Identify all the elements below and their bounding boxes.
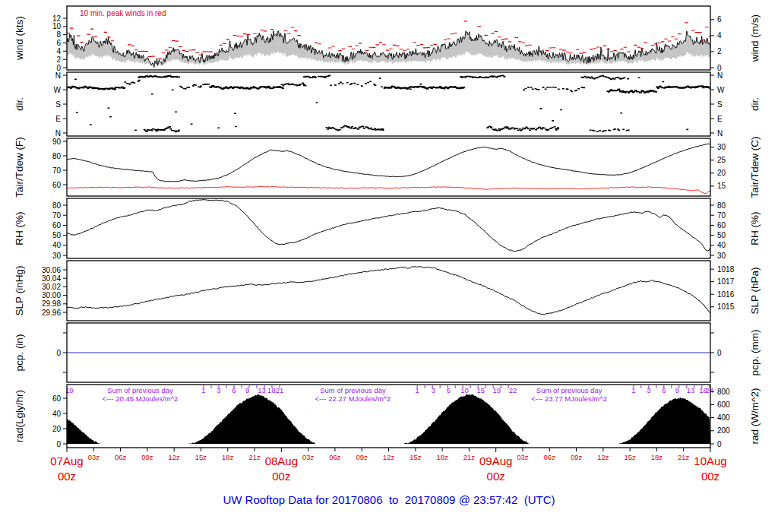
- y-tick-label: W: [717, 86, 725, 94]
- cumulative-mj-label: 18: [267, 386, 276, 394]
- cumulative-mj-label: 24: [706, 386, 714, 394]
- chart-title: UW Rooftop Data for 20170806 to 20170809…: [0, 493, 778, 506]
- y-tick-label: E: [55, 115, 61, 123]
- weather-dashboard: 10 min. peak winds in red0246810120246wi…: [0, 0, 778, 532]
- wind-ylabel-right: wind (m/s): [749, 14, 761, 62]
- x-hour-label: 06z: [115, 453, 127, 461]
- sum-value-label: <--- 23.77 MJoules/m^2: [531, 394, 607, 403]
- y-tick-label: 800: [717, 388, 730, 396]
- y-tick-label: 2: [717, 47, 722, 55]
- x-day-label: 08Aug: [265, 454, 298, 467]
- sum-value-label: <--- 22.27 MJoules/m^2: [315, 394, 391, 403]
- rad-ylabel-right: rad (W/m^2): [749, 388, 761, 445]
- dir-ylabel-right: dir.: [749, 97, 761, 111]
- sum-of-previous-day-label: Sum of previous day: [107, 386, 173, 394]
- y-tick-label: 15: [717, 182, 726, 190]
- cumulative-mj-label: 6: [447, 386, 451, 394]
- y-tick-label: 4: [717, 31, 722, 40]
- panel-slp: 29.9629.9830.0030.0230.0430.061015101610…: [14, 261, 761, 321]
- cumulative-mj-label: 15: [476, 386, 485, 394]
- peak-winds-note: 10 min. peak winds in red: [80, 9, 166, 17]
- panel-dir: NWSENNWSENdir.dir.: [14, 71, 761, 138]
- y-tick-label: 29.98: [42, 299, 61, 308]
- temp-plot-area: [67, 144, 710, 194]
- slp-ylabel-left: SLP (inHg): [14, 266, 25, 316]
- rad-ylabel-left: rad(Lgly/hr): [14, 390, 25, 442]
- y-tick-label: 40: [52, 241, 62, 249]
- rad-right-axis-ticks: 0200400600800: [710, 388, 730, 448]
- slp-right-axis-ticks: 1015101610171018: [710, 265, 735, 312]
- x-hour-label: 12z: [383, 453, 395, 461]
- cumulative-mj-label: 6: [232, 386, 236, 394]
- cumulative-mj-label: 9: [245, 386, 249, 394]
- x-hour-label: 15z: [195, 453, 207, 461]
- y-tick-label: 40: [717, 241, 726, 249]
- x-hour-label: 06z: [544, 453, 556, 461]
- y-tick-label: 30.04: [42, 274, 61, 283]
- x-hour-label: 12z: [169, 453, 181, 461]
- y-tick-label: 50: [717, 231, 726, 239]
- x-hour-label: 03z: [88, 453, 100, 461]
- y-tick-label: S: [55, 100, 61, 109]
- x-day-time-label: 00z: [272, 470, 290, 483]
- cumulative-mj-label: 6: [662, 386, 666, 394]
- x-day-label: 10Aug: [694, 454, 726, 467]
- panel-rad: Sum of previous day<--- 20.45 MJoules/m^…: [14, 385, 761, 448]
- y-tick-label: 90: [52, 138, 62, 146]
- y-tick-label: 70: [52, 211, 62, 220]
- temp-ylabel-left: Tair/Tdew (F): [14, 137, 25, 198]
- cumulative-mj-label: 3: [647, 386, 650, 394]
- y-tick-label: W: [54, 86, 62, 94]
- Tdew_F-trace: [67, 186, 710, 194]
- y-tick-label: 0: [717, 349, 722, 357]
- x-hour-label: 21z: [248, 453, 261, 461]
- y-tick-label: 60: [52, 181, 62, 189]
- x-day-time-label: 00z: [58, 470, 76, 483]
- wind-ylabel-left: wind (kts): [14, 16, 25, 61]
- y-tick-label: N: [55, 71, 61, 80]
- cumulative-mj-label: 1: [201, 386, 205, 394]
- slp-left-axis-ticks: 29.9629.9830.0030.0230.0430.06: [42, 266, 67, 317]
- y-tick-label: 600: [717, 401, 730, 409]
- cumulative-mj-label: 1: [415, 386, 419, 394]
- x-axis: 07Aug00z08Aug00z09Aug00z10Aug00z03z06z09…: [50, 448, 726, 483]
- dir-left-axis-ticks: NWSEN: [54, 71, 67, 138]
- y-tick-label: 30: [52, 252, 62, 260]
- x-day-time-label: 00z: [487, 470, 505, 483]
- y-tick-label: N: [717, 129, 723, 138]
- y-tick-label: 80: [717, 201, 726, 210]
- dir-frame: [67, 72, 710, 136]
- x-hour-label: 09z: [141, 453, 153, 461]
- cumulative-mj-label: 13: [258, 386, 266, 394]
- y-tick-label: 0: [56, 349, 61, 357]
- x-hour-label: 21z: [678, 453, 690, 461]
- temp-right-axis-ticks: 15202530: [710, 143, 726, 190]
- weather-chart: 10 min. peak winds in red0246810120246wi…: [0, 0, 778, 532]
- cumulative-mj-label: 3: [217, 386, 220, 394]
- y-tick-label: 80: [52, 152, 62, 160]
- x-hour-label: 09z: [356, 453, 368, 461]
- y-tick-label: E: [717, 115, 723, 123]
- panel-temp: 6070809015202530Tair/Tdew (F)Tair/Tdew (…: [14, 136, 761, 198]
- y-tick-label: 30: [717, 143, 726, 151]
- temp-frame: [67, 138, 710, 196]
- x-hour-label: 06z: [329, 453, 341, 461]
- y-tick-label: 80: [52, 201, 62, 210]
- y-tick-label: N: [717, 71, 723, 80]
- x-hour-label: 15z: [624, 453, 636, 461]
- cumulative-mj-label: 19: [493, 386, 501, 394]
- temp-ylabel-right: Tair/Tdew (C): [749, 136, 761, 198]
- y-tick-label: 40: [52, 410, 62, 418]
- sum-value-label: <--- 20.45 MJoules/m^2: [103, 394, 179, 403]
- y-tick-label: 70: [717, 211, 726, 220]
- x-hour-label: 03z: [302, 453, 315, 461]
- y-tick-label: 30.00: [42, 291, 61, 299]
- y-tick-label: 60: [52, 221, 62, 230]
- x-hour-label: 15z: [410, 453, 422, 461]
- rad-left-axis-ticks: 0204060: [52, 394, 67, 448]
- Tair_F-trace: [67, 144, 710, 182]
- y-tick-label: 60: [52, 394, 62, 403]
- y-tick-label: 29.96: [42, 309, 61, 317]
- y-tick-label: 1015: [717, 302, 735, 311]
- temp-left-axis-ticks: 60708090: [52, 138, 67, 189]
